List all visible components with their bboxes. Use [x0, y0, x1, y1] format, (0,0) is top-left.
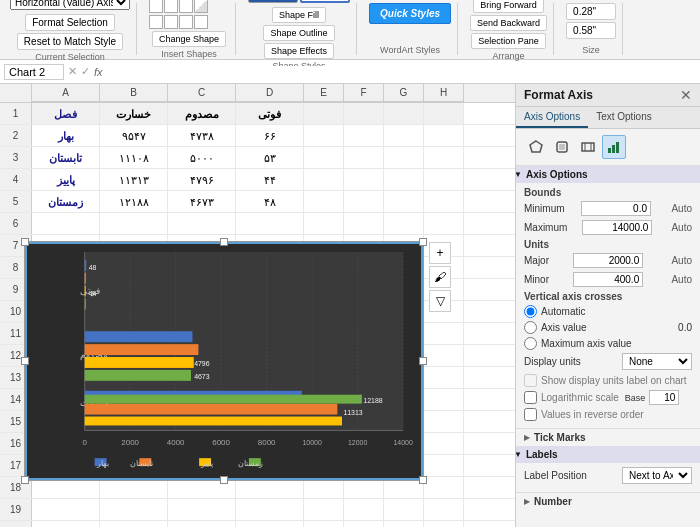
cell-a19[interactable]	[32, 499, 100, 520]
cell-c4[interactable]: ۴۷۹۶	[168, 169, 236, 190]
cell-c3[interactable]: ۵۰۰۰	[168, 147, 236, 168]
cell-a4[interactable]: پاییز	[32, 169, 100, 190]
cell-e19[interactable]	[304, 499, 344, 520]
cell-b2[interactable]: ۹۵۴۷	[100, 125, 168, 146]
show-display-units-checkbox[interactable]	[524, 374, 537, 387]
minimum-auto[interactable]: Auto	[671, 203, 692, 214]
cell-c6[interactable]	[168, 213, 236, 234]
col-header-d[interactable]: C	[168, 84, 236, 102]
col-header-b[interactable]: A	[32, 84, 100, 102]
cell-b20[interactable]	[100, 521, 168, 527]
axis-options-section-header[interactable]: ▼ Axis Options	[515, 166, 700, 183]
cell-h11[interactable]	[424, 323, 464, 344]
cell-h20[interactable]	[424, 521, 464, 527]
formula-input[interactable]	[107, 66, 696, 78]
cell-c1[interactable]: مصدوم	[168, 103, 236, 124]
cell-e5[interactable]	[304, 191, 344, 212]
number-section[interactable]: ▶ Number	[516, 492, 700, 510]
cell-h15[interactable]	[424, 411, 464, 432]
col-header-f[interactable]: E	[304, 84, 344, 102]
cell-e20[interactable]	[304, 521, 344, 527]
cell-f5[interactable]	[344, 191, 384, 212]
label-position-select[interactable]: Next to Axis	[622, 467, 692, 484]
chart-filters-btn[interactable]: ▽	[429, 290, 451, 312]
cell-h14[interactable]	[424, 389, 464, 410]
col-header-g[interactable]: F	[344, 84, 384, 102]
cell-h12[interactable]	[424, 345, 464, 366]
cell-h18[interactable]	[424, 477, 464, 498]
cell-f1[interactable]	[344, 103, 384, 124]
cell-g2[interactable]	[384, 125, 424, 146]
handle-middle-left[interactable]	[21, 357, 29, 365]
col-header-i[interactable]: H	[424, 84, 464, 102]
cell-f4[interactable]	[344, 169, 384, 190]
cell-b6[interactable]	[100, 213, 168, 234]
cell-f2[interactable]	[344, 125, 384, 146]
change-shape-btn[interactable]: Change Shape	[152, 31, 226, 47]
reverse-order-checkbox[interactable]	[524, 408, 537, 421]
format-selection-btn[interactable]: Format Selection	[25, 14, 115, 31]
size-width-input[interactable]	[566, 22, 616, 39]
icon-effects[interactable]	[550, 135, 574, 159]
cell-h4[interactable]	[424, 169, 464, 190]
cell-e2[interactable]	[304, 125, 344, 146]
minor-input[interactable]	[573, 272, 643, 287]
cell-g3[interactable]	[384, 147, 424, 168]
labels-section-header[interactable]: ▼ Labels	[515, 446, 700, 463]
maximum-auto[interactable]: Auto	[671, 222, 692, 233]
tick-marks-section[interactable]: ▶ Tick Marks	[516, 428, 700, 446]
bring-forward-btn[interactable]: Bring Forward	[473, 0, 544, 13]
handle-top-left[interactable]	[21, 238, 29, 246]
cell-g19[interactable]	[384, 499, 424, 520]
cell-a3[interactable]: تابستان	[32, 147, 100, 168]
handle-bottom-left[interactable]	[21, 476, 29, 484]
cell-c2[interactable]: ۴۷۳۸	[168, 125, 236, 146]
cell-h13[interactable]	[424, 367, 464, 388]
handle-bottom-middle[interactable]	[220, 476, 228, 484]
quick-styles-btn[interactable]: Quick Styles	[369, 3, 451, 24]
cell-h5[interactable]	[424, 191, 464, 212]
radio-max-axis-input[interactable]	[524, 337, 537, 350]
log-base-input[interactable]	[649, 390, 679, 405]
cell-g4[interactable]	[384, 169, 424, 190]
icon-axis-options[interactable]	[602, 135, 626, 159]
cell-b1[interactable]: خسارت	[100, 103, 168, 124]
cell-a6[interactable]	[32, 213, 100, 234]
cell-d1[interactable]: فوتی	[236, 103, 304, 124]
shape-fill-btn[interactable]: Shape Fill	[272, 7, 326, 23]
cell-b5[interactable]: ۱۲۱۸۸	[100, 191, 168, 212]
cell-b3[interactable]: ۱۱۱۰۸	[100, 147, 168, 168]
cell-h1[interactable]	[424, 103, 464, 124]
radio-axis-value-input[interactable]	[524, 321, 537, 334]
cell-c20[interactable]	[168, 521, 236, 527]
major-input[interactable]	[573, 253, 643, 268]
panel-close-btn[interactable]: ✕	[680, 88, 692, 102]
cell-f20[interactable]	[344, 521, 384, 527]
cell-b4[interactable]: ۱۱۳۱۳	[100, 169, 168, 190]
cell-h17[interactable]	[424, 455, 464, 476]
major-auto[interactable]: Auto	[671, 255, 692, 266]
icon-size-properties[interactable]	[576, 135, 600, 159]
chart-elements-btn[interactable]: +	[429, 242, 451, 264]
cell-b19[interactable]	[100, 499, 168, 520]
cell-a5[interactable]: زمستان	[32, 191, 100, 212]
size-height-input[interactable]	[566, 3, 616, 20]
cell-e1[interactable]	[304, 103, 344, 124]
col-header-h[interactable]: G	[384, 84, 424, 102]
name-box[interactable]	[4, 64, 64, 80]
cell-d19[interactable]	[236, 499, 304, 520]
cell-e4[interactable]	[304, 169, 344, 190]
logarithmic-checkbox[interactable]	[524, 391, 537, 404]
col-header-e[interactable]: D	[236, 84, 304, 102]
radio-automatic-input[interactable]	[524, 305, 537, 318]
cell-h2[interactable]	[424, 125, 464, 146]
cell-f6[interactable]	[344, 213, 384, 234]
chart-styles-btn[interactable]: 🖌	[429, 266, 451, 288]
cell-h3[interactable]	[424, 147, 464, 168]
send-backward-btn[interactable]: Send Backward	[470, 15, 547, 31]
minimum-input[interactable]	[581, 201, 651, 216]
cell-d3[interactable]: ۵۳	[236, 147, 304, 168]
icon-pentagon[interactable]	[524, 135, 548, 159]
cell-a20[interactable]	[32, 521, 100, 527]
tab-axis-options[interactable]: Axis Options	[516, 107, 588, 128]
